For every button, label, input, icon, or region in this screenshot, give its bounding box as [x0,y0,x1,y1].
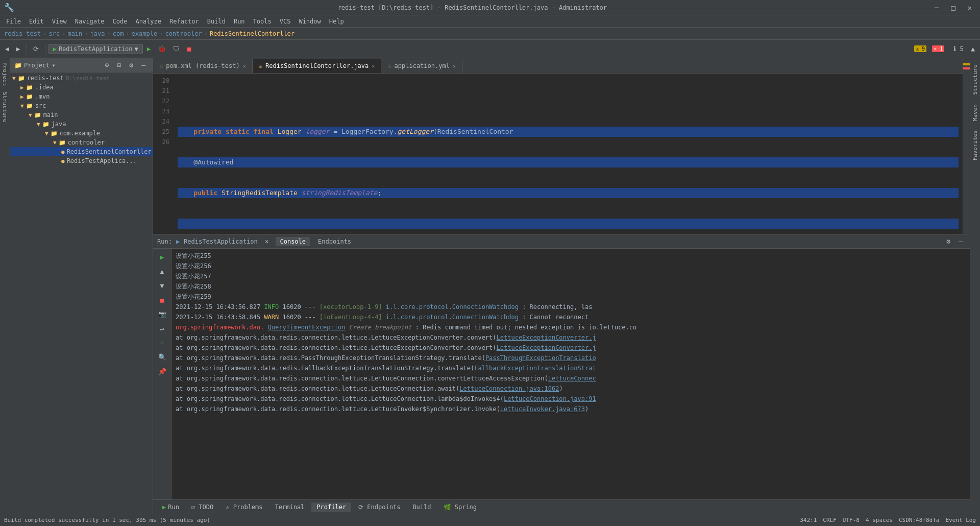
close-button[interactable]: ✕ [964,3,976,13]
menu-item-refactor[interactable]: Refactor [165,17,203,26]
back-button[interactable]: ◀ [2,43,12,54]
log-stack-link[interactable]: LettuceConnec [548,375,596,382]
breadcrumb-item-com[interactable]: com [113,30,124,37]
tree-item-redis-test[interactable]: ▼ 📁 redis-test D:\redis-test [10,74,153,83]
indent-settings[interactable]: 4 spaces [866,517,893,523]
tree-item-redis-test-app[interactable]: ● RedisTestApplica... [10,156,153,165]
breadcrumb-item-main[interactable]: main [67,30,82,37]
run-config-button[interactable]: ▶ RedisTestApplication ▼ [48,44,143,54]
project-settings-icon[interactable]: ⚙ [126,60,136,70]
event-log[interactable]: Event Log [945,517,976,523]
editor-scroll[interactable]: 20 21 22 23 24 25 26 private static fina… [153,74,963,234]
run-scroll-down-button[interactable]: ▼ [156,279,168,292]
run-pin-button[interactable]: 📌 [156,365,168,377]
endpoints-tab[interactable]: ⟳ Endpoints [353,503,405,512]
code-area[interactable]: private static final Logger logger = Log… [174,74,963,234]
log-stack-link[interactable]: LettuceConnection.java:1062 [459,385,559,392]
run-tab-close[interactable]: ✕ [262,236,272,247]
tree-item-redis-sentinel[interactable]: ● RedisSentinelContorller [10,147,153,156]
breadcrumb-item-java[interactable]: java [90,30,105,37]
menu-item-help[interactable]: Help [325,17,348,26]
log-stack-link[interactable]: LettuceConnection.java:91 [504,395,596,402]
tab-application-yml-close[interactable]: ✕ [453,63,456,69]
log-stack-link[interactable]: PassThroughExceptionTranslatio [485,354,596,362]
project-collapse-icon[interactable]: ⊟ [114,60,125,70]
debug-button[interactable]: 🐞 [155,43,169,54]
coverage-button[interactable]: 🛡 [170,43,183,54]
menu-item-analyze[interactable]: Analyze [131,17,165,26]
tree-item-src[interactable]: ▼ 📁 src [10,101,153,110]
project-hide-icon[interactable]: — [138,60,149,70]
encoding[interactable]: UTF-8 [843,517,860,523]
tab-redis-sentinel[interactable]: ☕ RedisSentinelContorller.java ✕ [253,59,382,73]
breadcrumb-item-src[interactable]: src [48,30,60,37]
tab-pom-xml-close[interactable]: ✕ [243,63,246,69]
run-minimize-icon[interactable]: — [955,236,966,247]
maven-sidebar-label[interactable]: Maven [971,100,979,125]
log-stack-link[interactable]: LettuceInvoker.java:673 [500,405,585,413]
tree-item-controoler[interactable]: ▼ 📁 controoler [10,138,153,147]
profiler-tab[interactable]: Profiler [311,503,351,512]
todo-tab[interactable]: ☑ TODO [186,503,218,512]
log-exception-link[interactable]: QueryTimeoutException [268,324,346,331]
problems-tab[interactable]: ⚠ Problems [220,503,267,512]
tab-redis-sentinel-close[interactable]: ✕ [372,63,375,69]
refresh-button[interactable]: ⟳ [30,43,42,54]
run-endpoints-tab[interactable]: Endpoints [314,237,355,246]
run-console-tab[interactable]: Console [276,237,310,246]
log-stack-link[interactable]: LettuceExceptionConverter.j [497,334,596,341]
run-scroll-up-button[interactable]: ▲ [156,265,168,277]
run-settings-icon[interactable]: ⚙ [943,236,953,247]
menu-item-view[interactable]: View [48,17,71,26]
project-panel-dropdown[interactable]: ▾ [52,62,56,69]
menu-item-build[interactable]: Build [203,17,230,26]
run-content[interactable]: 设置小花255 设置小花256 设置小花257 设置小花258 设置小花259 … [172,249,970,499]
tab-pom-xml[interactable]: ≡ pom.xml (redis-test) ✕ [153,59,253,73]
tree-item-idea[interactable]: ▶ 📁 .idea [10,83,153,92]
breadcrumb-item-controoler[interactable]: controoler [165,30,202,37]
project-locate-icon[interactable]: ⊕ [102,60,112,70]
warning-badge[interactable]: ⚠ 9 [914,45,926,52]
menu-item-run[interactable]: Run [230,17,249,26]
run-add-button[interactable]: + [156,337,168,349]
tree-item-mvn[interactable]: ▶ 📁 .mvn [10,92,153,101]
forward-button[interactable]: ▶ [13,43,23,54]
run-stop-button[interactable]: ■ [156,294,168,306]
menu-item-window[interactable]: Window [295,17,325,26]
menu-item-vcs[interactable]: VCS [276,17,295,26]
log-stack-link[interactable]: LettuceExceptionConverter.j [497,344,596,351]
tree-item-java[interactable]: ▼ 📁 java [10,119,153,129]
error-badge[interactable]: ✕ 1 [932,45,944,52]
menu-item-tools[interactable]: Tools [249,17,276,26]
breadcrumb-item-redis-test[interactable]: redis-test [4,30,41,37]
terminal-tab[interactable]: Terminal [270,503,310,512]
tree-item-main[interactable]: ▼ 📁 main [10,110,153,119]
maximize-button[interactable]: □ [947,3,959,13]
line-ending[interactable]: CRLF [823,517,837,523]
run-button[interactable]: ▶ [144,43,154,54]
cursor-position[interactable]: 342:1 [800,517,817,523]
project-sidebar-icon[interactable]: Project [1,60,9,88]
run-screenshot-button[interactable]: 📷 [156,308,168,320]
stop-button[interactable]: ■ [184,43,194,54]
menu-item-code[interactable]: Code [109,17,132,26]
run-bottom-tab[interactable]: ▶ Run [157,503,184,512]
menu-item-edit[interactable]: Edit [25,17,48,26]
log-stack-link[interactable]: FallbackExceptionTranslationStrat [474,365,596,372]
build-tab[interactable]: Build [407,503,436,512]
run-restart-button[interactable]: ▶ [156,251,168,263]
expand-button[interactable]: ▲ [968,43,978,54]
tab-application-yml[interactable]: ≡ application.yml ✕ [381,59,462,73]
favorites-sidebar-label[interactable]: Favorites [971,126,979,165]
structure-sidebar-label[interactable]: Structure [971,60,979,99]
run-filter-button[interactable]: 🔍 [156,351,168,363]
menu-item-file[interactable]: File [2,17,25,26]
minimize-button[interactable]: ─ [930,3,943,13]
breadcrumb-item-example[interactable]: example [132,30,158,37]
log-breakpoint-hint[interactable]: Create breakpoint [349,324,415,331]
run-wrap-button[interactable]: ↵ [156,322,168,334]
tree-item-com-example[interactable]: ▼ 📁 com.example [10,129,153,138]
structure-sidebar-icon[interactable]: Structure [1,90,9,125]
menu-item-navigate[interactable]: Navigate [71,17,109,26]
spring-tab[interactable]: 🌿 Spring [438,503,482,512]
